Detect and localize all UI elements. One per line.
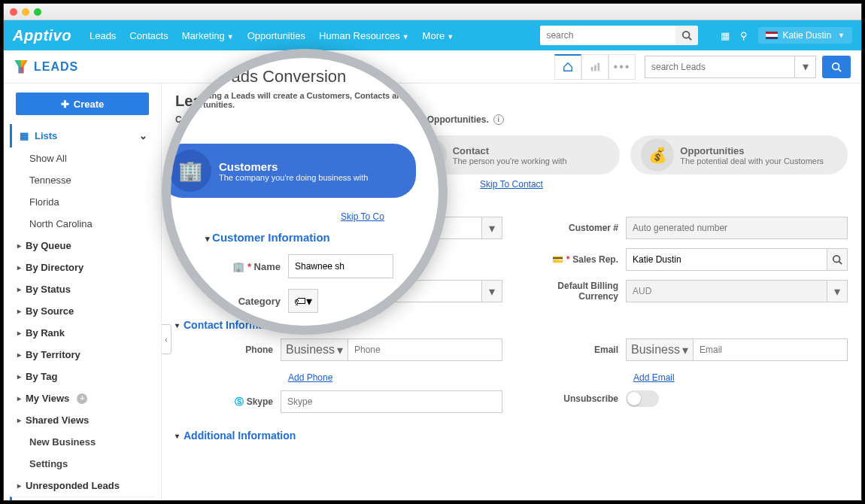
create-button[interactable]: ✚ Create — [16, 93, 149, 115]
module-title: LEADS — [14, 60, 78, 74]
step-opportunities[interactable]: 💰 OpportunitiesThe potential deal with y… — [630, 135, 848, 175]
sidebar-item-show-all[interactable]: Show All — [10, 147, 155, 169]
skype-input[interactable] — [281, 390, 502, 413]
close-dot[interactable] — [10, 8, 17, 16]
sidebar-kanban[interactable]: ⊞ Kanban › — [10, 496, 155, 500]
sidebar-group-status[interactable]: By Status — [10, 278, 155, 300]
phone-type-select[interactable]: Business▾ — [281, 339, 348, 361]
nav-leads[interactable]: Leads — [90, 30, 116, 41]
list-icon: ▦ — [20, 130, 29, 141]
svg-point-0 — [683, 32, 690, 38]
global-search-input[interactable] — [540, 26, 675, 45]
user-name: Katie Dustin — [782, 30, 831, 41]
max-dot[interactable] — [34, 8, 41, 16]
nav-hr[interactable]: Human Resources▼ — [319, 30, 409, 41]
chart-tab[interactable] — [581, 54, 609, 80]
building-icon: 🏢 — [232, 261, 244, 272]
sidebar: ✚ Create ▦ Lists ⌄ Show All Tennesse Flo… — [4, 83, 162, 500]
sidebar-group-rank[interactable]: By Rank — [10, 322, 155, 344]
search-icon — [832, 254, 842, 265]
module-bar: LEADS ••• ▾ — [4, 50, 861, 83]
sidebar-item-nc[interactable]: North Carolina — [10, 213, 155, 235]
sidebar-my-views[interactable]: My Views+ — [10, 387, 155, 409]
sidebar-item-tennesse[interactable]: Tennesse — [10, 169, 155, 191]
relation-dropdown[interactable]: ▾ — [481, 280, 502, 302]
sidebar-group-source[interactable]: By Source — [10, 300, 155, 322]
home-tab[interactable] — [554, 54, 581, 80]
svg-point-7 — [833, 256, 840, 263]
nav-contacts[interactable]: Contacts — [129, 30, 168, 41]
phone-input[interactable] — [348, 339, 502, 361]
name-dropdown[interactable]: ▾ — [481, 217, 502, 239]
brand-logo[interactable]: Apptivo — [13, 27, 71, 44]
mag-step-customers: 🏢 CustomersThe company you're doing busi… — [162, 144, 416, 198]
sidebar-unresponded[interactable]: Unresponded Leads — [10, 475, 155, 496]
module-search-button[interactable] — [822, 56, 851, 78]
funnel-icon — [14, 60, 28, 74]
email-type-select[interactable]: Business▾ — [626, 339, 694, 361]
apps-icon[interactable]: ▦ — [721, 30, 730, 41]
building-icon: 🏢 — [169, 150, 211, 192]
svg-rect-2 — [591, 67, 593, 71]
sidebar-group-directory[interactable]: By Directory — [10, 257, 155, 278]
search-icon — [831, 62, 842, 72]
min-dot[interactable] — [22, 8, 29, 16]
sidebar-group-tag[interactable]: By Tag — [10, 366, 155, 387]
section-additional-info[interactable]: Additional Information — [175, 430, 848, 442]
svg-rect-4 — [598, 62, 600, 71]
module-search-input[interactable] — [645, 56, 795, 78]
info-icon[interactable]: i — [493, 114, 504, 125]
add-email-link[interactable]: Add Email — [633, 372, 675, 383]
svg-line-8 — [839, 262, 842, 265]
sales-rep-input[interactable] — [626, 248, 827, 271]
sidebar-collapse-handle[interactable]: ‹ — [162, 324, 171, 354]
plus-icon: ✚ — [61, 99, 69, 110]
mag-page-desc: Converting a Leads will create a Custome… — [178, 91, 426, 109]
sidebar-group-queue[interactable]: By Queue — [10, 235, 155, 257]
skype-icon: Ⓢ — [235, 396, 244, 408]
global-search-button[interactable] — [675, 26, 698, 45]
email-input[interactable] — [693, 339, 848, 361]
window-titlebar — [4, 4, 861, 20]
money-bag-icon: 💰 — [641, 138, 674, 172]
sidebar-shared-new-business[interactable]: New Business — [10, 431, 155, 453]
nav-more[interactable]: More▼ — [423, 30, 454, 41]
nav-marketing[interactable]: Marketing▼ — [182, 30, 234, 41]
bar-chart-icon — [590, 62, 600, 72]
svg-point-5 — [833, 62, 839, 69]
sidebar-item-florida[interactable]: Florida — [10, 191, 155, 213]
add-phone-link[interactable]: Add Phone — [288, 372, 332, 383]
notifications-icon[interactable]: ⚲ — [740, 30, 748, 41]
ellipsis-icon: ••• — [614, 60, 631, 74]
sidebar-group-territory[interactable]: By Territory — [10, 344, 155, 366]
mag-skip-link: Skip To Co — [341, 211, 426, 222]
flag-icon — [766, 32, 778, 39]
unsubscribe-toggle[interactable] — [626, 390, 659, 407]
card-icon: 💳 — [552, 254, 563, 265]
global-search — [540, 26, 698, 45]
billing-dropdown[interactable]: ▾ — [827, 280, 848, 302]
sidebar-lists-header[interactable]: ▦ Lists ⌄ — [10, 124, 155, 147]
sidebar-shared-settings[interactable]: Settings — [10, 453, 155, 475]
customer-number-input — [626, 217, 848, 239]
svg-rect-3 — [594, 65, 596, 71]
svg-line-1 — [689, 38, 692, 41]
nav-opportunities[interactable]: Opportunities — [247, 30, 305, 41]
user-menu[interactable]: Katie Dustin ▼ — [758, 27, 852, 44]
top-navbar: Apptivo Leads Contacts Marketing▼ Opport… — [4, 20, 861, 50]
svg-line-6 — [839, 68, 842, 71]
mag-name-input — [288, 254, 393, 278]
mag-tag-picker: 🏷▾ — [288, 289, 318, 313]
mag-section-customer: Customer Information — [205, 231, 426, 244]
sales-rep-search[interactable] — [827, 248, 848, 271]
module-search-dropdown[interactable]: ▾ — [795, 56, 816, 78]
home-icon — [563, 62, 573, 72]
chevron-down-icon: ⌄ — [139, 130, 147, 141]
add-view-icon[interactable]: + — [77, 393, 87, 404]
billing-currency-select[interactable] — [626, 280, 827, 302]
magnifier-overlay: Leads Conversion Converting a Leads will… — [162, 49, 448, 335]
search-icon — [681, 30, 692, 41]
sidebar-shared-views[interactable]: Shared Views — [10, 409, 155, 431]
more-tab[interactable]: ••• — [609, 54, 636, 80]
